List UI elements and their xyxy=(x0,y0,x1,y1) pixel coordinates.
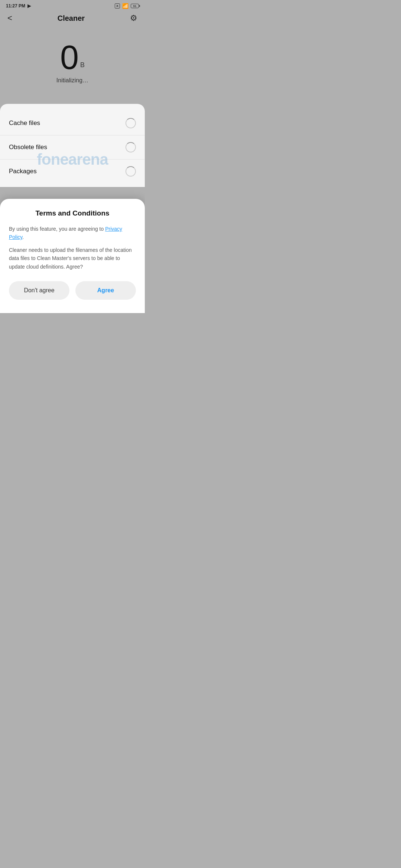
terms-modal: Terms and Conditions By using this featu… xyxy=(0,199,145,313)
battery-icon: 91 xyxy=(131,4,139,8)
status-left: 11:27 PM ▶ xyxy=(6,3,31,9)
back-button[interactable]: < xyxy=(7,13,12,23)
main-content: 0 B Initializing… xyxy=(0,26,145,91)
terms-intro: By using this feature, you are agreeing … xyxy=(9,225,136,241)
status-right: X 📶 91 xyxy=(115,3,139,9)
guard-icon: ▶ xyxy=(27,3,31,9)
dont-agree-button[interactable]: Don't agree xyxy=(9,281,69,300)
agree-button[interactable]: Agree xyxy=(75,281,136,300)
scan-item-obsolete: Obsolete files xyxy=(0,135,145,160)
cache-spinner xyxy=(125,118,136,128)
scan-item-cache: Cache files xyxy=(0,111,145,135)
app-header: < Cleaner ⚙ xyxy=(0,10,145,26)
cache-files-label: Cache files xyxy=(9,119,40,127)
obsolete-spinner xyxy=(125,142,136,152)
x-icon: X xyxy=(115,3,120,9)
terms-intro-text: By using this feature, you are agreeing … xyxy=(9,226,105,232)
terms-buttons: Don't agree Agree xyxy=(9,281,136,300)
size-display: 0 B xyxy=(60,41,85,74)
scan-item-packages: Packages xyxy=(0,160,145,183)
scan-sheet: Cache files Obsolete files Packages xyxy=(0,104,145,187)
size-value: 0 xyxy=(60,41,79,74)
status-text: Initializing… xyxy=(56,77,88,84)
page-title: Cleaner xyxy=(58,14,85,23)
status-bar: 11:27 PM ▶ X 📶 91 xyxy=(0,0,145,10)
wifi-icon: 📶 xyxy=(122,3,128,9)
terms-body: Cleaner needs to upload the filenames of… xyxy=(9,246,136,271)
terms-title: Terms and Conditions xyxy=(9,209,136,217)
packages-label: Packages xyxy=(9,168,37,175)
settings-icon[interactable]: ⚙ xyxy=(130,13,137,23)
obsolete-files-label: Obsolete files xyxy=(9,144,47,151)
packages-spinner xyxy=(125,166,136,177)
size-unit: B xyxy=(80,61,85,69)
time-display: 11:27 PM xyxy=(6,3,25,9)
